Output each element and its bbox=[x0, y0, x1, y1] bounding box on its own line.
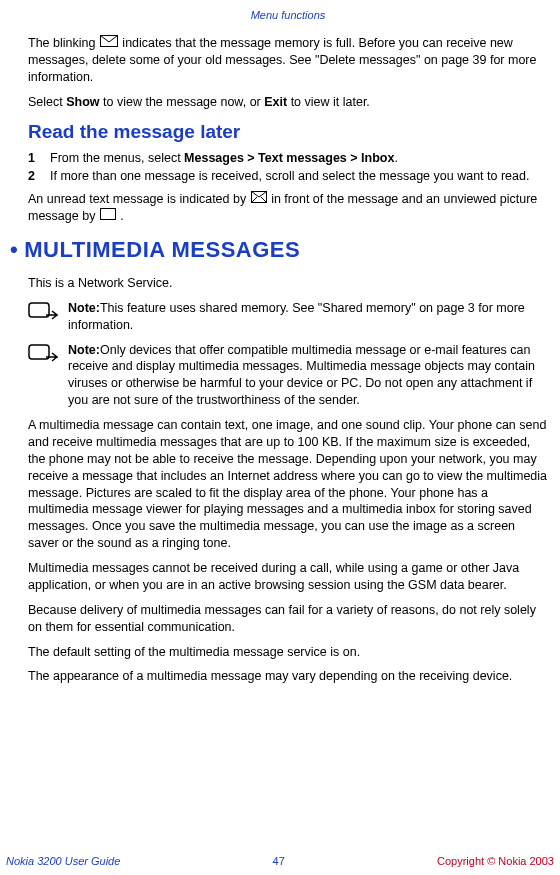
note-shared-memory: Note:This feature uses shared memory. Se… bbox=[28, 300, 548, 334]
step-number: 2 bbox=[28, 168, 50, 185]
text: Select bbox=[28, 95, 66, 109]
note-text: This feature uses shared memory. See "Sh… bbox=[68, 301, 525, 332]
note-compatibility: Note:Only devices that offer compatible … bbox=[28, 342, 548, 410]
note-icon bbox=[28, 300, 68, 334]
text: to view the message now, or bbox=[100, 95, 265, 109]
note-label: Note: bbox=[68, 301, 100, 315]
label-show: Show bbox=[66, 95, 99, 109]
paragraph-memory-full: The blinking indicates that the message … bbox=[28, 35, 548, 86]
envelope-icon bbox=[100, 35, 118, 52]
text: From the menus, select bbox=[50, 151, 184, 165]
note-label: Note: bbox=[68, 343, 100, 357]
step-text: If more than one message is received, sc… bbox=[50, 168, 548, 185]
footer-guide-title: Nokia 3200 User Guide bbox=[6, 854, 120, 869]
paragraph-mms-description: A multimedia message can contain text, o… bbox=[28, 417, 548, 552]
page-footer: Nokia 3200 User Guide 47 Copyright © Nok… bbox=[0, 854, 560, 869]
steps-list: 1 From the menus, select Messages > Text… bbox=[28, 150, 548, 185]
heading-text: MULTIMEDIA MESSAGES bbox=[24, 237, 300, 262]
paragraph-mms-appearance: The appearance of a multimedia message m… bbox=[28, 668, 548, 685]
paragraph-network-service: This is a Network Service. bbox=[28, 275, 548, 292]
paragraph-mms-restrictions: Multimedia messages cannot be received d… bbox=[28, 560, 548, 594]
heading-read-later: Read the message later bbox=[28, 119, 548, 145]
section-header: Menu functions bbox=[28, 8, 548, 23]
step-number: 1 bbox=[28, 150, 50, 167]
menu-path: Messages > Text messages > Inbox bbox=[184, 151, 394, 165]
text: . bbox=[394, 151, 397, 165]
paragraph-select-show: Select Show to view the message now, or … bbox=[28, 94, 548, 111]
note-body: Note:This feature uses shared memory. Se… bbox=[68, 300, 548, 334]
label-exit: Exit bbox=[264, 95, 287, 109]
paragraph-unread-indicator: An unread text message is indicated by i… bbox=[28, 191, 548, 225]
step-2: 2 If more than one message is received, … bbox=[28, 168, 548, 185]
text: The blinking bbox=[28, 36, 99, 50]
footer-copyright: Copyright © Nokia 2003 bbox=[437, 854, 554, 869]
note-body: Note:Only devices that offer compatible … bbox=[68, 342, 548, 410]
note-text: Only devices that offer compatible multi… bbox=[68, 343, 535, 408]
text: An unread text message is indicated by bbox=[28, 192, 250, 206]
footer-page-number: 47 bbox=[273, 854, 285, 869]
paragraph-mms-reliability: Because delivery of multimedia messages … bbox=[28, 602, 548, 636]
heading-multimedia-messages: •MULTIMEDIA MESSAGES bbox=[10, 235, 548, 265]
text: . bbox=[120, 209, 123, 223]
paragraph-mms-default: The default setting of the multimedia me… bbox=[28, 644, 548, 661]
step-1: 1 From the menus, select Messages > Text… bbox=[28, 150, 548, 167]
bullet-icon: • bbox=[10, 237, 18, 262]
note-icon bbox=[28, 342, 68, 410]
svg-rect-2 bbox=[100, 209, 115, 220]
message-icon bbox=[251, 191, 267, 208]
picture-message-icon bbox=[100, 208, 116, 225]
text: to view it later. bbox=[287, 95, 370, 109]
step-text: From the menus, select Messages > Text m… bbox=[50, 150, 548, 167]
